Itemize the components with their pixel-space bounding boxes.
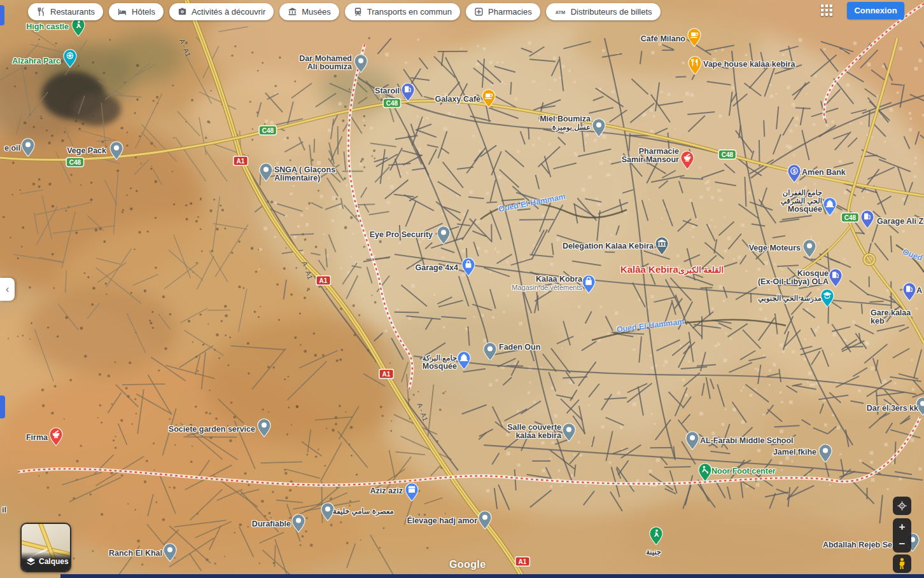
map-pin[interactable]	[823, 197, 837, 219]
map-pin[interactable]	[21, 138, 35, 160]
layers-button[interactable]: Calques	[20, 523, 71, 572]
filter-chip-mus-es[interactable]: Musées	[279, 3, 339, 20]
poi-label[interactable]: Garage 4x4	[416, 264, 458, 272]
map-pin[interactable]	[259, 163, 273, 184]
poi-label[interactable]: Garage Ali Z	[877, 217, 923, 226]
map-pin[interactable]	[437, 226, 451, 247]
road-badge: C48	[67, 158, 83, 167]
poi-label[interactable]: Vege Moteurs	[749, 244, 801, 252]
map-pin[interactable]	[582, 275, 596, 296]
my-location-button[interactable]	[893, 497, 911, 515]
pegman-button[interactable]	[893, 554, 911, 573]
map-pin[interactable]	[401, 83, 415, 104]
poi-label[interactable]: AL-Farabi Middle School	[700, 437, 794, 445]
zoom-out-button[interactable]: −	[893, 535, 911, 553]
poi-label[interactable]: Jamel fkihe	[773, 448, 816, 457]
poi-label[interactable]: Amen Bank	[802, 169, 846, 177]
map-pin[interactable]	[482, 89, 496, 111]
zoom-in-button[interactable]: +	[893, 518, 911, 535]
map-pin[interactable]	[860, 210, 874, 231]
poi-label[interactable]: جامع البركةMosquée	[423, 354, 457, 371]
filter-chip-restaurants[interactable]: Restaurants	[28, 3, 103, 20]
filter-chip-pharmacies[interactable]: Pharmacies	[466, 3, 540, 20]
filter-chip-distributeurs-de-billets[interactable]: ATMDistributeurs de billets	[546, 3, 661, 20]
map-pin[interactable]	[354, 54, 368, 76]
map-pin[interactable]	[257, 418, 271, 440]
chip-label: Transports en commun	[367, 7, 452, 17]
poi-label[interactable]: Café Milano	[641, 35, 685, 43]
poi-label[interactable]: e oil	[4, 144, 20, 153]
poi-label[interactable]: جنينة	[646, 548, 661, 556]
poi-label[interactable]: Galaxy Cafe	[435, 95, 480, 104]
poi-label[interactable]: Eye Pro Security	[370, 231, 433, 239]
poi-label[interactable]: Delegation Kalaa Kebira	[563, 242, 654, 251]
poi-label[interactable]: SNGA ( GlaçonsAlimentaire)	[274, 166, 335, 182]
poi-label[interactable]: Gare kalaa keb	[871, 309, 924, 326]
signin-button[interactable]: Connexion	[847, 2, 904, 19]
poi-label[interactable]: Vape house kalaa kebira	[703, 60, 795, 69]
map-pin[interactable]	[291, 514, 305, 535]
poi-label[interactable]: Faden Oun	[499, 343, 540, 352]
poi-label[interactable]: Alzahra Parc	[12, 57, 60, 65]
google-apps-button[interactable]	[820, 4, 834, 18]
map-pin[interactable]	[461, 258, 475, 279]
road-badge: A1	[516, 558, 529, 566]
layers-button-label: Calques	[39, 557, 69, 566]
poi-label[interactable]: Durafiable	[252, 520, 291, 528]
poi-label[interactable]: مدرسة الحي الجنوبي	[758, 294, 822, 303]
map-pin[interactable]	[829, 268, 843, 290]
poi-label[interactable]: High castle	[26, 23, 69, 31]
map-pin[interactable]	[109, 141, 123, 163]
filter-chip-h-tels[interactable]: Hôtels	[109, 3, 164, 20]
poi-label[interactable]: Salle couvertekalaa kebira	[507, 423, 561, 440]
map-pin[interactable]	[483, 342, 497, 364]
map-pin[interactable]	[820, 289, 834, 310]
map-pin[interactable]	[478, 511, 492, 532]
poi-label[interactable]: il	[2, 506, 6, 514]
map-pin[interactable]	[649, 526, 663, 548]
poi-label[interactable]: Aziz aziz	[370, 487, 403, 495]
map-pin[interactable]	[655, 237, 669, 258]
museum-icon	[288, 7, 297, 17]
map-pin[interactable]	[698, 463, 712, 485]
poi-label[interactable]: Miel Boumizaعسل بومبزة	[540, 115, 591, 132]
map-pin[interactable]	[163, 543, 177, 565]
map-pin[interactable]	[49, 427, 63, 449]
poi-label[interactable]: Noor Foot center	[711, 467, 776, 476]
map-pin[interactable]	[71, 18, 85, 39]
poi-label[interactable]: Kiosque(Ex-Oil-Libya) OLA	[758, 270, 829, 286]
map-pin[interactable]	[802, 239, 816, 261]
poi-label[interactable]: Abdallah Rejeb Se	[823, 541, 892, 549]
poi-label[interactable]: Kalaa KobraMagasin de vêtements	[512, 275, 582, 292]
map-pin[interactable]	[457, 351, 471, 373]
poi-label[interactable]: Élevage hadj amor	[407, 517, 477, 525]
poi-label[interactable]: Vege Pack	[67, 147, 106, 155]
map-pin[interactable]	[680, 151, 694, 172]
poi-label[interactable]: معصرة سامي خليفة	[333, 507, 394, 516]
filter-chip-activit-s-d-couvrir[interactable]: Activités à découvrir	[169, 3, 274, 20]
side-panel-collapse-button[interactable]: ‹	[0, 278, 15, 301]
map-pin[interactable]	[688, 56, 702, 78]
poi-label[interactable]: Firma	[26, 434, 48, 442]
road-name-label: A - A1	[300, 260, 314, 280]
map-pin[interactable]	[592, 118, 606, 140]
map-pin[interactable]	[562, 423, 576, 444]
map-pin[interactable]	[902, 282, 916, 304]
poi-label[interactable]: Dar el 3ers kk	[867, 404, 918, 413]
map-viewport[interactable]: High castleAlzahra Parce oilVege PackDar…	[0, 0, 924, 578]
city-label[interactable]: Kalâa Kebiraالقلعة الكبرى	[620, 265, 724, 275]
map-pin[interactable]	[685, 431, 699, 453]
map-pin[interactable]	[687, 28, 701, 50]
map-pin[interactable]	[63, 49, 77, 71]
poi-label[interactable]: Staroil	[375, 87, 400, 95]
map-pin[interactable]: $	[787, 164, 801, 186]
poi-label[interactable]: Societe garden service	[169, 425, 255, 434]
map-pin[interactable]	[818, 444, 832, 465]
filter-chip-transports-en-commun[interactable]: Transports en commun	[345, 3, 460, 20]
poi-label[interactable]: PharmacieSamir Mansour	[622, 148, 679, 164]
poi-label[interactable]: A	[916, 287, 922, 295]
poi-label[interactable]: Ranch El Khal	[109, 549, 162, 558]
poi-label[interactable]: Dar MohamedAli boumiza	[299, 55, 352, 71]
map-pin[interactable]	[405, 483, 419, 504]
poi-label[interactable]: جامع الغفرانالحي الشرقيMosquée	[781, 189, 822, 214]
